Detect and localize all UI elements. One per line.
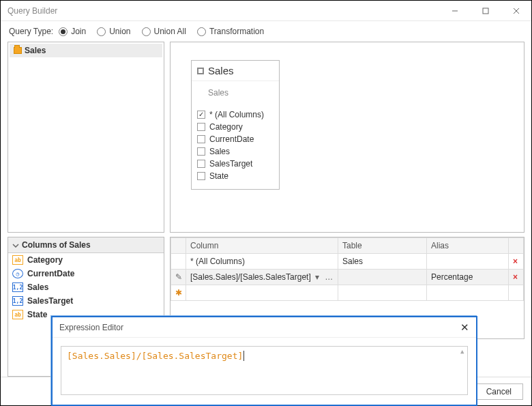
ellipsis-button[interactable]: … — [322, 272, 334, 282]
radio-union-all-label: Union All — [154, 27, 186, 36]
date-type-icon: ◷ — [12, 269, 23, 278]
dropdown-icon[interactable]: ▾ — [313, 272, 319, 282]
radio-transformation[interactable]: Transformation — [197, 27, 264, 36]
grid-row-new[interactable]: ✱ — [171, 285, 524, 301]
radio-join[interactable]: Join — [59, 27, 86, 36]
table-card-columns: ✓ * (All Columns) Category CurrentDate — [192, 106, 279, 189]
grid-row-expression[interactable]: ✎ [Sales.Sales]/[Sales.SalesTarget] ▾ … … — [171, 270, 524, 285]
column-item-label: State — [27, 310, 47, 319]
text-type-icon: ab — [12, 255, 23, 265]
row-delete-button[interactable]: × — [509, 254, 524, 270]
scroll-up-icon[interactable]: ▲ — [460, 348, 466, 353]
number-type-icon: 1,2 — [12, 296, 23, 306]
radio-dot-icon — [142, 27, 151, 36]
column-item-label: Category — [27, 255, 63, 265]
table-col-label: Sales — [209, 147, 230, 156]
new-row-icon: ✱ — [171, 285, 186, 301]
maximize-button[interactable] — [470, 1, 501, 21]
query-type-label: Query Type: — [9, 27, 53, 36]
grid-header-row: Column Table Alias — [171, 238, 524, 254]
table-col-currentdate[interactable]: CurrentDate — [197, 133, 274, 145]
table-col-label: State — [209, 171, 228, 181]
cell-column[interactable]: * (All Columns) — [186, 254, 338, 270]
column-item-category[interactable]: ab Category — [8, 253, 164, 267]
table-col-label: * (All Columns) — [209, 110, 264, 119]
column-item-label: CurrentDate — [27, 269, 74, 278]
grid-header-alias[interactable]: Alias — [427, 238, 509, 254]
expression-text: [Sales.Sales]/[Sales.SalesTarget] — [67, 351, 244, 361]
expression-editor-body: [Sales.Sales]/[Sales.SalesTarget] ▲ — [53, 338, 476, 403]
column-item-label: Sales — [27, 282, 48, 292]
checkbox-icon[interactable] — [197, 135, 205, 143]
cancel-button[interactable]: Cancel — [475, 383, 523, 400]
cell-alias[interactable] — [427, 254, 509, 270]
cell-alias[interactable] — [427, 285, 509, 301]
radio-join-label: Join — [71, 27, 86, 36]
table-card-header[interactable]: Sales — [192, 61, 279, 81]
table-col-label: SalesTarget — [209, 159, 252, 169]
expression-editor-title: Expression Editor — [59, 323, 123, 332]
title-bar: Query Builder — [1, 1, 531, 21]
table-col-salestarget[interactable]: SalesTarget — [197, 158, 274, 170]
designer-canvas[interactable]: Sales Sales ✓ * (All Columns) Category — [170, 42, 524, 233]
tree-item-sales[interactable]: Sales — [10, 44, 162, 57]
row-indicator — [171, 254, 186, 270]
table-col-all[interactable]: ✓ * (All Columns) — [197, 108, 274, 121]
table-col-state[interactable]: State — [197, 170, 274, 182]
grid-header-table[interactable]: Table — [338, 238, 427, 254]
table-card-sales[interactable]: Sales Sales ✓ * (All Columns) Category — [191, 60, 280, 190]
window-title: Query Builder — [8, 6, 57, 16]
cell-alias[interactable]: Percentage — [427, 270, 509, 285]
radio-dot-icon — [197, 27, 206, 36]
radio-transformation-label: Transformation — [209, 27, 264, 36]
table-col-label: CurrentDate — [209, 134, 254, 144]
radio-union-label: Union — [109, 27, 130, 36]
cell-column[interactable] — [186, 285, 338, 301]
checkbox-icon[interactable] — [197, 147, 205, 156]
cell-table[interactable] — [338, 285, 427, 301]
close-button[interactable] — [501, 1, 531, 21]
column-item-currentdate[interactable]: ◷ CurrentDate — [8, 267, 164, 280]
checkbox-icon[interactable]: ✓ — [197, 111, 205, 119]
cell-column-text: [Sales.Sales]/[Sales.SalesTarget] — [190, 272, 311, 282]
column-item-salestarget[interactable]: 1,2 SalesTarget — [8, 294, 164, 308]
row-delete-button[interactable]: × — [509, 270, 524, 285]
text-type-icon: ab — [12, 310, 23, 319]
cell-table[interactable] — [338, 270, 427, 285]
grid-row-allcolumns[interactable]: * (All Columns) Sales × — [171, 254, 524, 270]
text-caret — [243, 351, 244, 361]
radio-union[interactable]: Union — [97, 27, 130, 36]
chevron-down-icon — [12, 242, 19, 248]
table-col-sales[interactable]: Sales — [197, 145, 274, 158]
table-col-category[interactable]: Category — [197, 121, 274, 133]
tables-tree-panel[interactable]: Sales — [8, 42, 164, 233]
radio-union-all[interactable]: Union All — [142, 27, 186, 36]
expression-editor-titlebar: Expression Editor ✕ — [53, 317, 476, 338]
expression-input[interactable]: [Sales.Sales]/[Sales.SalesTarget] ▲ — [61, 346, 468, 395]
column-item-label: SalesTarget — [27, 296, 73, 306]
cell-column-editing[interactable]: [Sales.Sales]/[Sales.SalesTarget] ▾ … — [186, 270, 338, 285]
table-collapse-icon[interactable] — [197, 68, 204, 74]
column-item-sales[interactable]: 1,2 Sales — [8, 280, 164, 294]
grid-header-column[interactable]: Column — [186, 238, 338, 254]
number-type-icon: 1,2 — [12, 282, 23, 292]
radio-dot-icon — [97, 27, 106, 36]
table-card-subtitle: Sales — [192, 81, 279, 106]
checkbox-icon[interactable] — [197, 160, 205, 168]
checkbox-icon[interactable] — [197, 172, 205, 180]
cell-table[interactable]: Sales — [338, 254, 427, 270]
columns-panel-header[interactable]: Columns of Sales — [8, 237, 164, 253]
expression-editor-close-button[interactable]: ✕ — [460, 321, 469, 334]
columns-panel-title: Columns of Sales — [22, 240, 91, 250]
tree-item-label: Sales — [25, 46, 46, 55]
query-type-toolbar: Query Type: Join Union Union All Transfo… — [1, 21, 531, 42]
minimize-button[interactable] — [439, 1, 470, 21]
checkbox-icon[interactable] — [197, 123, 205, 131]
svg-rect-1 — [483, 8, 488, 14]
row-edit-icon: ✎ — [171, 270, 186, 285]
window-buttons — [439, 1, 531, 21]
expression-editor-dialog: Expression Editor ✕ [Sales.Sales]/[Sales… — [51, 316, 477, 406]
table-col-label: Category — [209, 122, 243, 132]
query-builder-window: Query Builder Query Type: Join Union Uni… — [0, 0, 532, 406]
table-icon — [14, 47, 22, 54]
